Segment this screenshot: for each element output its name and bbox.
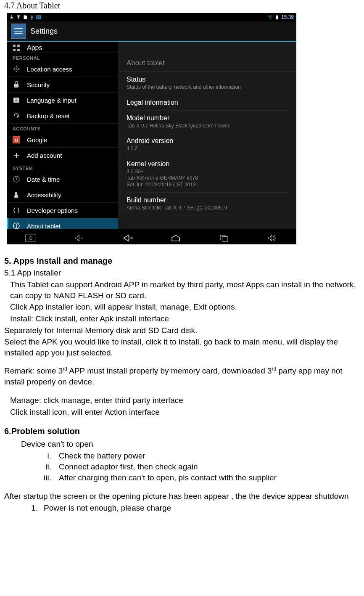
settings-sidebar: PERSONAL Location access Security A Lang… <box>7 53 118 229</box>
battery-icon <box>274 15 280 20</box>
settings-app-icon <box>11 24 26 39</box>
row-status[interactable]: Status Status of the battery, network an… <box>127 72 288 95</box>
svg-point-2 <box>270 19 271 19</box>
volume-down-button[interactable] <box>71 233 87 243</box>
image-icon <box>36 15 41 20</box>
section-header-accounts: ACCOUNTS <box>7 124 118 132</box>
list-marker: i. <box>30 451 59 461</box>
recent-apps-button[interactable] <box>216 233 232 243</box>
spacer <box>4 418 360 424</box>
status-bar: 15:39 <box>7 13 296 21</box>
remark-paragraph: Remark: some 3rd APP must install proper… <box>4 366 360 387</box>
svg-rect-7 <box>13 49 16 51</box>
sidebar-item-security[interactable]: Security <box>7 77 118 93</box>
sidebar-item-backup[interactable]: Backup & reset <box>7 108 118 124</box>
row-title: Build number <box>127 196 288 204</box>
sidebar-item-label: Add account <box>27 152 62 159</box>
sidebar-item-google[interactable]: g Google <box>7 132 118 148</box>
row-build[interactable]: Build number Arena-Scientific-Tab-X-9.7-… <box>127 193 288 216</box>
back-button[interactable] <box>119 233 136 243</box>
row-legal[interactable]: Legal information <box>127 95 288 111</box>
download-icon <box>9 15 14 20</box>
paragraph: Install: Click install, enter Apk instal… <box>4 313 360 324</box>
sidebar-item-label: About tablet <box>27 223 61 229</box>
sidebar-item-developer[interactable]: Developer options <box>7 203 118 218</box>
row-subtitle: 4.2.2 <box>127 146 288 152</box>
info-icon <box>13 222 20 229</box>
sidebar-item-datetime[interactable]: Date & time <box>7 172 118 187</box>
subheading-5-1: 5.1 App installer <box>4 268 360 278</box>
screenshot-button[interactable] <box>22 233 39 243</box>
content-title: About tablet <box>118 53 296 72</box>
spacer <box>4 359 360 365</box>
sd-card-icon <box>23 15 28 20</box>
list-item: i. Check the battery power <box>30 451 360 461</box>
google-icon: g <box>13 136 20 143</box>
sidebar-item-add-account[interactable]: Add account <box>7 148 118 163</box>
plus-icon <box>13 151 20 159</box>
location-icon <box>13 65 20 73</box>
row-subtitle: Arena-Scientific-Tab-X-9.7-SB-QC-2013061… <box>127 205 288 212</box>
paragraph: Click install icon, will enter Action in… <box>4 407 360 418</box>
svg-text:g: g <box>15 137 18 142</box>
paragraph: Manage: click manage, enter third party … <box>4 395 360 406</box>
app-bar: Settings <box>7 21 296 42</box>
tablet-screenshot: 15:39 Settings Apps PERSONAL <box>7 13 296 244</box>
svg-rect-6 <box>17 45 20 47</box>
language-icon: A <box>13 96 20 104</box>
sidebar-item-language[interactable]: A Language & input <box>7 93 118 108</box>
svg-text:A: A <box>15 98 18 102</box>
svg-rect-20 <box>26 235 36 241</box>
svg-rect-1 <box>37 16 41 19</box>
home-button[interactable] <box>167 233 184 243</box>
svg-rect-3 <box>276 16 278 19</box>
section-header-personal: PERSONAL <box>7 53 118 61</box>
sidebar-item-label: Apps <box>27 44 42 52</box>
usb-icon <box>29 15 34 20</box>
spacer <box>4 388 360 394</box>
app-bar-title: Settings <box>30 27 58 36</box>
list-item: ii. Connect adaptor first, then check ag… <box>30 462 360 472</box>
paragraph: This Tablet can support Android APP in m… <box>4 279 360 301</box>
row-android[interactable]: Android version 4.2.2 <box>127 133 288 156</box>
row-subtitle: Tab-X 9.7 Retina Sky Black Quad Core Pow… <box>127 123 288 130</box>
heading-6: 6.Problem solution <box>4 426 360 436</box>
lock-icon <box>13 81 20 88</box>
row-title: Legal information <box>127 99 288 106</box>
row-model[interactable]: Model number Tab-X 9.7 Retina Sky Black … <box>127 111 288 134</box>
spacer <box>4 484 360 490</box>
sidebar-item-apps[interactable]: Apps <box>7 42 118 53</box>
section-header-system: SYSTEM <box>7 163 118 172</box>
svg-point-0 <box>32 19 32 20</box>
list-text: Connect adaptor first, then check again <box>59 462 360 472</box>
sidebar-item-accessibility[interactable]: Accessibility <box>7 187 118 203</box>
clock: 15:39 <box>281 14 294 20</box>
row-title: Kernel version <box>127 160 288 168</box>
sidebar-item-location[interactable]: Location access <box>7 61 118 77</box>
list-marker: ii. <box>30 462 59 472</box>
status-right-icons: 15:39 <box>268 14 294 20</box>
hand-icon <box>13 191 20 199</box>
row-kernel[interactable]: Kernel version 3.0.36+ Tab-X@Arena-GERMA… <box>127 156 288 193</box>
apps-icon <box>13 44 20 52</box>
document-body: 5. Apps Install and manage 5.1 App insta… <box>4 256 360 513</box>
row-title: Model number <box>127 114 288 122</box>
sidebar-item-label: Date & time <box>27 176 60 183</box>
row-title: Status <box>127 76 288 83</box>
sidebar-item-about[interactable]: About tablet <box>7 218 118 229</box>
svg-point-10 <box>16 69 17 70</box>
list-text: Check the battery power <box>59 451 360 461</box>
status-left-icons <box>9 15 41 20</box>
braces-icon <box>13 207 20 214</box>
list-item: iii. After charging then can't to open, … <box>30 473 360 482</box>
svg-rect-19 <box>16 225 17 228</box>
list-marker: 1. <box>25 503 44 513</box>
roman-list: i. Check the battery power ii. Connect a… <box>30 451 360 482</box>
svg-rect-4 <box>277 15 277 16</box>
volume-up-button[interactable] <box>264 233 281 243</box>
svg-rect-5 <box>13 45 16 47</box>
heading-5: 5. Apps Install and manage <box>4 256 360 266</box>
system-nav-bar <box>7 229 296 244</box>
clock-icon <box>13 175 20 183</box>
svg-point-21 <box>29 237 32 240</box>
